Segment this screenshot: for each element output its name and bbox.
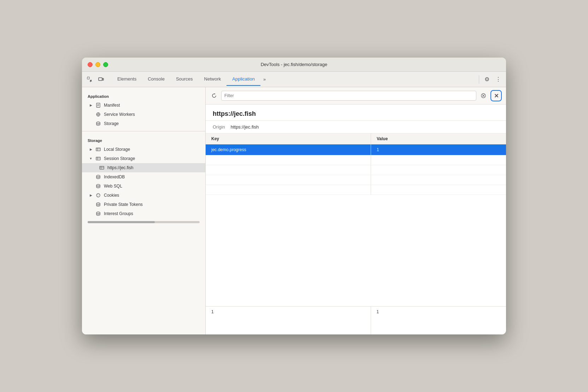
web-sql-icon — [95, 183, 101, 189]
sidebar-item-session-storage[interactable]: ▼ Session Storage — [82, 154, 205, 163]
sidebar-item-indexeddb[interactable]: IndexedDB — [82, 172, 205, 182]
tab-elements[interactable]: Elements — [112, 73, 142, 86]
table-row[interactable]: jec.demo.progress 1 — [206, 144, 506, 155]
tab-more[interactable]: » — [260, 73, 269, 85]
data-table: Key Value jec.demo.progress 1 — [206, 133, 506, 195]
service-workers-label: Service Workers — [104, 112, 135, 117]
sidebar-scrollbar-thumb — [88, 221, 155, 223]
sidebar-item-local-storage[interactable]: ▶ Local Storage — [82, 145, 205, 154]
sidebar-item-interest-groups[interactable]: Interest Groups — [82, 209, 205, 218]
service-workers-icon — [95, 112, 101, 117]
settings-icon[interactable]: ⚙ — [482, 75, 492, 84]
col-header-value: Value — [371, 133, 506, 144]
table-cell-key: jec.demo.progress — [206, 144, 371, 155]
close-x-button[interactable]: ✕ — [490, 90, 502, 101]
sidebar-item-storage-app[interactable]: Storage — [82, 119, 205, 128]
more-options-icon[interactable]: ⋮ — [493, 75, 503, 84]
minimize-button[interactable] — [95, 62, 100, 67]
manifest-icon — [95, 102, 101, 108]
table-row-empty-1 — [206, 155, 506, 165]
sidebar-section-application: Application — [82, 90, 205, 101]
table-cell-value: 1 — [371, 144, 506, 155]
close-button[interactable] — [88, 62, 93, 67]
refresh-button[interactable] — [210, 91, 218, 100]
table-row-empty-4 — [206, 185, 506, 195]
local-storage-icon — [95, 147, 101, 152]
sidebar-scrollbar[interactable] — [88, 221, 200, 223]
sidebar-item-cookies[interactable]: ▶ Cookies — [82, 191, 205, 200]
main-panel: ✕ https://jec.fish Origin https://jec.fi… — [206, 87, 506, 334]
private-state-icon — [95, 202, 101, 207]
toolbar-right: ⚙ ⋮ — [477, 75, 503, 84]
sidebar-divider-1 — [82, 131, 205, 131]
manifest-label: Manifest — [104, 103, 120, 108]
origin-row: Origin https://jec.fish — [206, 121, 506, 133]
panel-toolbar: ✕ — [206, 87, 506, 105]
svg-point-21 — [96, 194, 100, 197]
svg-point-9 — [96, 122, 100, 123]
storage-app-label: Storage — [104, 121, 119, 126]
sidebar-item-session-storage-child[interactable]: https://jec.fish — [82, 163, 205, 172]
table-row-empty-3 — [206, 175, 506, 185]
svg-point-8 — [98, 114, 99, 115]
svg-rect-2 — [102, 78, 104, 80]
inspect-icon[interactable] — [85, 75, 95, 84]
svg-point-19 — [96, 175, 100, 177]
indexeddb-label: IndexedDB — [104, 174, 125, 179]
arrow-right-icon: ▶ — [89, 103, 93, 107]
sidebar-item-private-state-tokens[interactable]: Private State Tokens — [82, 200, 205, 209]
table-row-empty-2 — [206, 165, 506, 175]
svg-rect-16 — [100, 166, 104, 169]
local-storage-arrow-icon: ▶ — [89, 148, 93, 151]
storage-app-icon — [95, 121, 101, 126]
svg-rect-13 — [96, 157, 100, 160]
sidebar-item-web-sql[interactable]: Web SQL — [82, 182, 205, 191]
tab-console[interactable]: Console — [142, 73, 170, 86]
tab-network[interactable]: Network — [199, 73, 227, 86]
toolbar-left-icons — [85, 75, 106, 84]
tab-bar: Elements Console Sources Network Applica… — [82, 72, 506, 87]
device-icon[interactable] — [96, 75, 106, 84]
sidebar: Application ▶ Manifest — [82, 87, 206, 334]
svg-rect-1 — [99, 78, 102, 81]
maximize-button[interactable] — [103, 62, 108, 67]
svg-point-25 — [96, 203, 100, 204]
cookies-icon — [95, 192, 101, 198]
session-child-icon — [99, 165, 105, 171]
session-storage-child-label: https://jec.fish — [107, 165, 133, 170]
svg-point-26 — [96, 212, 100, 213]
sidebar-item-service-workers[interactable]: Service Workers — [82, 110, 205, 119]
traffic-lights — [88, 62, 108, 67]
title-bar: DevTools - jec.fish/demo/storage — [82, 58, 506, 72]
table-container: Key Value jec.demo.progress 1 — [206, 133, 506, 306]
session-storage-arrow-icon: ▼ — [89, 157, 93, 160]
bottom-key-value: 1 — [206, 307, 371, 334]
interest-groups-icon — [95, 211, 101, 216]
tab-list: Elements Console Sources Network Applica… — [112, 73, 477, 86]
window-title: DevTools - jec.fish/demo/storage — [261, 62, 328, 67]
origin-value: https://jec.fish — [231, 124, 259, 130]
cookies-label: Cookies — [104, 193, 119, 198]
sidebar-section-storage: Storage — [82, 134, 205, 145]
cookies-arrow-icon: ▶ — [89, 194, 93, 197]
svg-rect-0 — [87, 77, 89, 79]
tab-sources[interactable]: Sources — [170, 73, 199, 86]
web-sql-label: Web SQL — [104, 184, 122, 189]
session-storage-icon — [95, 156, 101, 161]
tab-application[interactable]: Application — [227, 73, 260, 86]
svg-point-20 — [96, 184, 100, 186]
bottom-panel: 1 1 — [206, 306, 506, 334]
session-storage-label: Session Storage — [104, 156, 135, 161]
filter-input[interactable] — [221, 91, 476, 101]
clear-filter-icon[interactable] — [479, 91, 488, 100]
indexeddb-icon — [95, 174, 101, 180]
interest-groups-label: Interest Groups — [104, 211, 133, 216]
svg-point-23 — [99, 195, 99, 195]
toolbar-separator — [479, 75, 479, 84]
svg-rect-10 — [96, 148, 100, 151]
svg-point-22 — [97, 194, 98, 195]
local-storage-label: Local Storage — [104, 147, 130, 152]
bottom-data-value: 1 — [371, 307, 506, 334]
col-header-key: Key — [206, 133, 371, 144]
sidebar-item-manifest[interactable]: ▶ Manifest — [82, 101, 205, 110]
